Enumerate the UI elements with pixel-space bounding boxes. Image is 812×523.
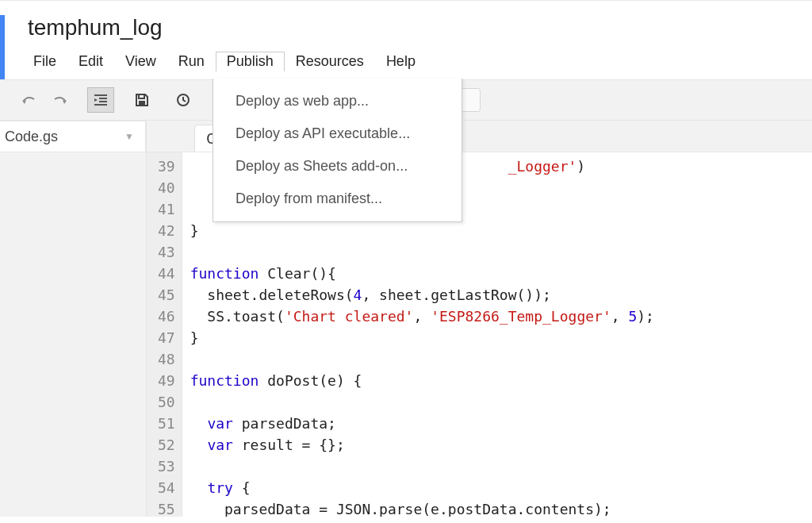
- code-line[interactable]: parsedData = JSON.parse(e.postData.conte…: [190, 498, 654, 517]
- line-number: 49: [158, 370, 175, 391]
- deploy-api-executable[interactable]: Deploy as API executable...: [213, 117, 462, 150]
- line-number: 43: [158, 241, 175, 263]
- menu-view[interactable]: View: [114, 52, 167, 71]
- line-number: 54: [158, 477, 175, 498]
- sidebar: Code.gs ▼: [0, 121, 147, 517]
- code-line[interactable]: sheet.deleteRows(4, sheet.getLastRow());: [190, 284, 654, 306]
- menu-edit[interactable]: Edit: [67, 52, 114, 71]
- svg-rect-4: [139, 94, 144, 98]
- code-line[interactable]: }: [190, 327, 654, 348]
- line-number: 47: [158, 327, 175, 348]
- code-line[interactable]: [190, 241, 654, 263]
- file-tab-code-gs[interactable]: Code.gs ▼: [0, 121, 146, 152]
- line-number: 39: [158, 156, 175, 177]
- code-line[interactable]: [190, 391, 654, 413]
- line-gutter: 394041424344454647484950515253545556: [147, 152, 182, 517]
- code-line[interactable]: var result = {};: [190, 434, 654, 456]
- code-line[interactable]: [190, 456, 654, 477]
- menu-resources[interactable]: Resources: [285, 52, 375, 71]
- code-line[interactable]: }: [190, 220, 654, 241]
- line-number: 45: [158, 284, 175, 306]
- code-line[interactable]: var parsedData;: [190, 413, 654, 434]
- code-line[interactable]: SS.toast('Chart cleared', 'ESP8266_Temp_…: [190, 306, 654, 327]
- line-number: 48: [158, 348, 175, 370]
- line-number: 42: [158, 220, 175, 241]
- line-number: 44: [158, 263, 175, 284]
- triggers-button[interactable]: [170, 87, 197, 113]
- menu-publish[interactable]: Publish: [216, 52, 285, 71]
- publish-dropdown: Deploy as web app... Deploy as API execu…: [213, 79, 462, 222]
- file-name-label: Code.gs: [5, 129, 58, 145]
- line-number: 41: [158, 198, 175, 220]
- line-number: 46: [158, 306, 175, 327]
- svg-rect-0: [94, 94, 107, 96]
- indent-button[interactable]: [87, 87, 114, 113]
- project-title[interactable]: temphum_log: [0, 9, 812, 47]
- undo-button[interactable]: [16, 87, 43, 113]
- code-line[interactable]: [190, 348, 654, 370]
- svg-rect-2: [99, 101, 107, 102]
- menu-run[interactable]: Run: [167, 52, 216, 71]
- file-caret-icon[interactable]: ▼: [124, 131, 134, 142]
- save-button[interactable]: [128, 87, 155, 113]
- deploy-from-manifest[interactable]: Deploy from manifest...: [213, 183, 462, 215]
- line-number: 50: [158, 391, 175, 413]
- line-number: 40: [158, 177, 175, 198]
- line-number: 52: [158, 434, 175, 456]
- function-select-dropdown[interactable]: [460, 88, 481, 112]
- code-line[interactable]: try {: [190, 477, 654, 498]
- deploy-web-app[interactable]: Deploy as web app...: [213, 85, 462, 117]
- line-number: 53: [158, 456, 175, 477]
- code-line[interactable]: function doPost(e) {: [190, 370, 654, 391]
- menu-help[interactable]: Help: [375, 52, 427, 71]
- line-number: 51: [158, 413, 175, 434]
- line-number: 55: [158, 498, 175, 517]
- redo-button[interactable]: [46, 87, 73, 113]
- deploy-sheets-addon[interactable]: Deploy as Sheets add-on...: [213, 150, 462, 183]
- svg-rect-1: [99, 98, 107, 99]
- menu-file[interactable]: File: [22, 52, 67, 71]
- svg-rect-3: [94, 104, 107, 106]
- menubar: File Edit View Run Publish Resources Hel…: [0, 47, 812, 79]
- svg-rect-5: [139, 101, 145, 105]
- topbar: temphum_log File Edit View Run Publish R…: [0, 0, 812, 79]
- code-line[interactable]: function Clear(){: [190, 263, 654, 284]
